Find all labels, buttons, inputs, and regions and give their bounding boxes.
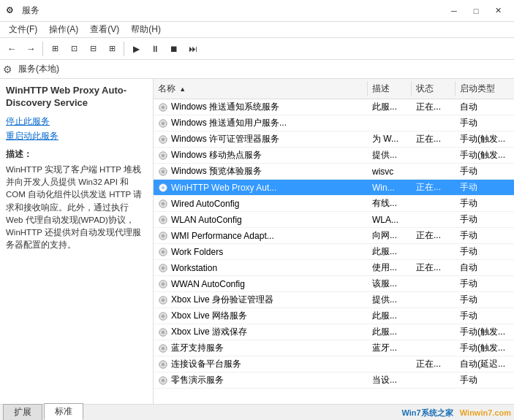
- service-status-cell: [412, 218, 456, 221]
- bottom-tabs: 扩展 标准: [0, 404, 514, 420]
- maximize-button[interactable]: □: [466, 4, 486, 18]
- menu-action[interactable]: 操作(A): [43, 22, 84, 37]
- title-bar-controls: ─ □ ✕: [444, 4, 508, 18]
- restart-button[interactable]: ⏭: [184, 40, 202, 58]
- column-header-name[interactable]: 名称 ▲: [154, 81, 368, 96]
- service-status-cell: [412, 202, 456, 205]
- service-name-text: WLAN AutoConfig: [171, 215, 242, 225]
- tab-expand[interactable]: 扩展: [3, 404, 42, 420]
- svg-point-23: [162, 282, 165, 285]
- service-name-text: 连接设备平台服务: [171, 358, 241, 370]
- forward-button[interactable]: →: [22, 40, 39, 58]
- service-icon: [158, 295, 168, 305]
- service-icon: [158, 102, 168, 112]
- service-name-cell: WLAN AutoConfig: [154, 213, 368, 226]
- service-title: WinHTTP Web Proxy Auto-Discovery Service: [6, 85, 147, 110]
- service-name-cell: Windows 移动热点服务: [154, 148, 368, 163]
- service-status-cell: 正在...: [412, 180, 456, 195]
- service-status-cell: [412, 347, 456, 350]
- list-item[interactable]: WWAN AutoConfig该服...手动: [154, 276, 514, 292]
- list-item[interactable]: Workstation使用...正在...自动: [154, 260, 514, 276]
- service-startup-cell: 手动: [456, 276, 514, 291]
- right-section: 名称 ▲ 描述 状态 启动类型 Windows 推送通知系统服务此服...正在.…: [154, 79, 514, 404]
- list-header: 名称 ▲ 描述 状态 启动类型: [154, 79, 514, 99]
- service-name-text: 零售演示服务: [171, 374, 224, 386]
- service-startup-cell: 手动: [456, 164, 514, 179]
- service-icon: [158, 359, 168, 370]
- toolbar: ← → ⊞ ⊡ ⊟ ⊞ ▶ ⏸ ⏹ ⏭: [0, 38, 514, 60]
- service-desc-cell: 此服...: [368, 308, 412, 324]
- service-name-text: Work Folders: [171, 247, 223, 257]
- toolbar-btn-3[interactable]: ⊟: [84, 40, 102, 58]
- back-button[interactable]: ←: [3, 40, 20, 58]
- service-icon: [158, 150, 168, 161]
- stop-button[interactable]: ⏹: [165, 40, 183, 58]
- service-icon: [158, 311, 168, 321]
- svg-point-25: [162, 298, 165, 301]
- stop-service-link[interactable]: 停止此服务: [6, 115, 147, 128]
- service-startup-cell: 自动: [456, 99, 514, 115]
- main-layout: WinHTTP Web Proxy Auto-Discovery Service…: [0, 79, 514, 404]
- service-name-cell: 零售演示服务: [154, 373, 368, 388]
- list-item[interactable]: Xbox Live 游戏保存此服...手动(触发...: [154, 324, 514, 340]
- list-item[interactable]: Windows 推送通知用户服务...手动: [154, 115, 514, 131]
- service-status-cell: [412, 283, 456, 286]
- toolbar-separator-1: [42, 42, 43, 56]
- service-icon: [158, 199, 168, 209]
- service-status-cell: [412, 315, 456, 318]
- list-item[interactable]: 蓝牙支持服务蓝牙...手动(触发...: [154, 340, 514, 356]
- list-item[interactable]: Windows 推送通知系统服务此服...正在...自动: [154, 99, 514, 115]
- service-icon: [158, 263, 168, 273]
- list-item[interactable]: WLAN AutoConfigWLA...手动: [154, 212, 514, 228]
- list-item[interactable]: Windows 预览体验服务wisvc手动: [154, 164, 514, 180]
- play-button[interactable]: ▶: [127, 40, 145, 58]
- service-desc-cell: [368, 363, 412, 366]
- column-header-startup[interactable]: 启动类型: [456, 81, 514, 96]
- toolbar-btn-1[interactable]: ⊞: [46, 40, 64, 58]
- list-item[interactable]: Xbox Live 网络服务此服...手动: [154, 308, 514, 324]
- toolbar-btn-2[interactable]: ⊡: [65, 40, 83, 58]
- list-item[interactable]: Wired AutoConfig有线...手动: [154, 196, 514, 212]
- address-bar: ⚙ 服务(本地): [0, 60, 514, 79]
- list-item[interactable]: WinHTTP Web Proxy Aut...Win...正在...手动: [154, 180, 514, 196]
- service-status-cell: 正在...: [412, 99, 456, 115]
- service-name-cell: Windows 推送通知系统服务: [154, 99, 368, 115]
- list-item[interactable]: 零售演示服务当设...手动: [154, 373, 514, 389]
- menu-view[interactable]: 查看(V): [84, 22, 125, 37]
- list-item[interactable]: WMI Performance Adapt...向网...正在...手动: [154, 228, 514, 244]
- service-name-cell: Work Folders: [154, 245, 368, 259]
- pause-button[interactable]: ⏸: [146, 40, 164, 58]
- service-desc-cell: 提供...: [368, 292, 412, 308]
- tab-standard[interactable]: 标准: [44, 403, 83, 420]
- service-desc-cell: 当设...: [368, 373, 412, 388]
- service-icon: [158, 343, 168, 354]
- service-name-cell: Wired AutoConfig: [154, 197, 368, 210]
- menu-help[interactable]: 帮助(H): [125, 22, 167, 37]
- service-name-text: Windows 推送通知系统服务: [171, 101, 279, 113]
- service-desc-cell: 向网...: [368, 228, 412, 243]
- service-startup-cell: 手动(触发...: [456, 340, 514, 356]
- list-item[interactable]: Work Folders此服...手动: [154, 244, 514, 260]
- close-button[interactable]: ✕: [488, 4, 508, 18]
- service-name-cell: Windows 许可证管理器服务: [154, 131, 368, 147]
- service-status-cell: [412, 122, 456, 125]
- sort-arrow: ▲: [179, 85, 186, 93]
- menu-file[interactable]: 文件(F): [3, 22, 43, 37]
- service-name-cell: 连接设备平台服务: [154, 356, 368, 372]
- service-name-cell: Workstation: [154, 261, 368, 275]
- toolbar-btn-4[interactable]: ⊞: [103, 40, 121, 58]
- service-name-text: Xbox Live 游戏保存: [171, 326, 247, 338]
- service-list[interactable]: Windows 推送通知系统服务此服...正在...自动Windows 推送通知…: [154, 99, 514, 404]
- column-header-status[interactable]: 状态: [412, 81, 456, 96]
- service-icon: [158, 247, 168, 257]
- service-name-text: Xbox Live 网络服务: [171, 310, 247, 322]
- list-item[interactable]: Windows 许可证管理器服务为 W...正在...手动(触发...: [154, 131, 514, 148]
- service-startup-cell: 手动: [456, 115, 514, 131]
- restart-service-link[interactable]: 重启动此服务: [6, 130, 147, 142]
- column-header-desc[interactable]: 描述: [368, 81, 412, 96]
- list-item[interactable]: Xbox Live 身份验证管理器提供...手动: [154, 292, 514, 308]
- list-item[interactable]: 连接设备平台服务正在...自动(延迟...: [154, 356, 514, 373]
- minimize-button[interactable]: ─: [444, 4, 464, 18]
- service-desc-cell: 有线...: [368, 196, 412, 211]
- list-item[interactable]: Windows 移动热点服务提供...手动(触发...: [154, 148, 514, 164]
